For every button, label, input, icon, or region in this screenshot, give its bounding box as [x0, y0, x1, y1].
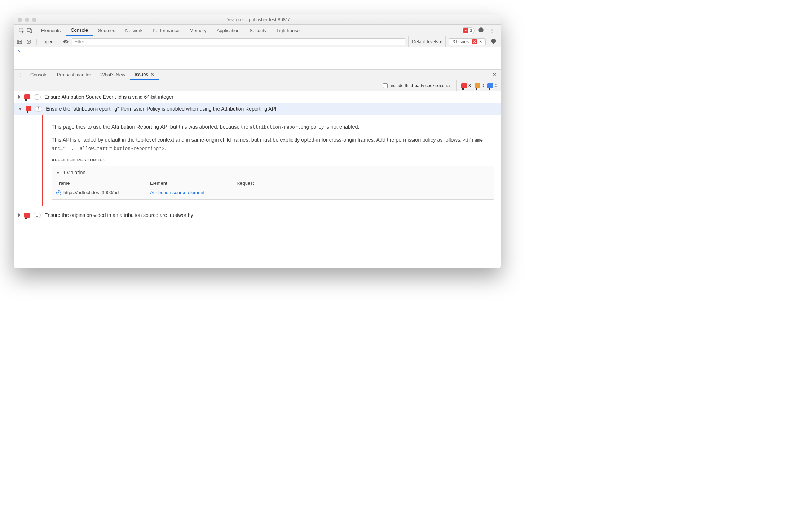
issue-description-1: This page tries to use the Attribution R…	[52, 123, 494, 131]
error-icon: ✕	[463, 28, 468, 33]
third-party-checkbox[interactable]: Include third-party cookie issues	[383, 83, 451, 88]
checkbox-icon	[383, 83, 388, 88]
tab-security[interactable]: Security	[244, 25, 272, 36]
tab-performance[interactable]: Performance	[147, 25, 184, 36]
error-count: 3	[468, 83, 471, 88]
settings-gear-icon[interactable]	[476, 27, 486, 34]
violation-label: 1 violation	[63, 169, 85, 177]
warning-count-group[interactable]: 0	[475, 83, 484, 88]
devtools-window: DevTools - publisher.test:8081/ Elements…	[14, 14, 501, 268]
error-icon: ✕	[472, 39, 477, 44]
inspect-element-icon[interactable]	[18, 27, 25, 34]
expand-icon	[18, 95, 21, 99]
collapse-icon	[56, 172, 60, 174]
issues-button[interactable]: 3 Issues: ✕ 3	[449, 38, 486, 45]
violation-toggle[interactable]: 1 violation	[56, 169, 490, 177]
issue-count-badge: 1	[35, 106, 42, 112]
collapse-icon	[18, 108, 22, 110]
device-toggle-icon[interactable]	[26, 27, 33, 34]
issue-title: Ensure the "attribution-reporting" Permi…	[46, 106, 497, 112]
drawer-tab-protocol-monitor[interactable]: Protocol monitor	[53, 70, 96, 80]
chevron-down-icon: ▾	[50, 39, 52, 44]
drawer-tab-bar: ⋮ Console Protocol monitor What's New Is…	[14, 70, 501, 80]
levels-label: Default levels	[412, 39, 438, 44]
info-count: 0	[495, 83, 497, 88]
warning-count: 0	[482, 83, 484, 88]
drawer-close-icon[interactable]: ✕	[490, 72, 499, 77]
console-prompt[interactable]: >	[14, 47, 501, 70]
info-count-group[interactable]: 0	[487, 83, 497, 88]
frame-url: https://adtech.test:3000/ad	[63, 189, 119, 196]
context-label: top	[43, 39, 49, 44]
console-settings-icon[interactable]	[489, 38, 499, 45]
chevron-down-icon: ▾	[440, 39, 442, 44]
td-element[interactable]: Attribution source element	[150, 189, 233, 196]
warning-bubble-icon	[475, 83, 480, 88]
td-frame[interactable]: </> https://adtech.test:3000/ad	[56, 189, 146, 196]
issue-count-badge: 1	[34, 213, 41, 218]
issues-button-label: 3 Issues:	[453, 39, 470, 44]
svg-rect-2	[30, 30, 32, 33]
error-bubble-icon	[24, 213, 30, 218]
frame-icon: </>	[56, 190, 61, 195]
tab-lighthouse[interactable]: Lighthouse	[272, 25, 305, 36]
issue-counts: 3 0 0	[456, 80, 497, 91]
live-expression-icon[interactable]	[63, 39, 69, 45]
tab-application[interactable]: Application	[212, 25, 245, 36]
tab-console[interactable]: Console	[66, 25, 93, 36]
console-sidebar-toggle-icon[interactable]	[16, 39, 23, 45]
clear-console-icon[interactable]	[26, 39, 32, 45]
issue-row-2[interactable]: 1 Ensure the origins provided in an attr…	[14, 206, 501, 221]
drawer-tab-issues[interactable]: Issues ✕	[130, 70, 159, 80]
issue-row-1[interactable]: 1 Ensure the "attribution-reporting" Per…	[14, 103, 501, 115]
issue-detail: This page tries to use the Attribution R…	[14, 115, 501, 206]
console-toolbar: top ▾ Default levels ▾ 3 Issues: ✕ 3	[14, 36, 501, 47]
expand-icon	[18, 213, 21, 217]
error-bubble-icon	[461, 83, 467, 88]
top-error-count[interactable]: ✕ 3	[461, 27, 475, 34]
issue-description-2: This API is enabled by default in the to…	[52, 136, 494, 152]
drawer-tab-console[interactable]: Console	[26, 70, 52, 80]
th-request: Request	[237, 180, 291, 187]
main-kebab-icon[interactable]: ⋮	[487, 28, 497, 33]
code-policy-name: attribution-reporting	[250, 124, 309, 130]
td-request	[237, 189, 291, 196]
tab-memory[interactable]: Memory	[185, 25, 212, 36]
error-bubble-icon	[26, 106, 31, 111]
issue-row-0[interactable]: 1 Ensure Attribution Source Event Id is …	[14, 91, 501, 103]
blank-area	[14, 221, 501, 268]
top-error-count-value: 3	[470, 28, 472, 33]
th-element: Element	[150, 180, 233, 187]
tab-network[interactable]: Network	[120, 25, 148, 36]
th-frame: Frame	[56, 180, 146, 187]
error-bubble-icon	[24, 94, 30, 99]
issue-title: Ensure the origins provided in an attrib…	[44, 212, 497, 218]
context-selector[interactable]: top ▾	[41, 39, 54, 44]
main-tab-bar: Elements Console Sources Network Perform…	[14, 25, 501, 36]
drawer-tab-issues-label: Issues	[134, 72, 148, 77]
svg-point-5	[65, 41, 66, 42]
affected-resources-box: 1 violation Frame Element Request </> ht…	[52, 166, 494, 200]
affected-table: Frame Element Request </> https://adtech…	[56, 180, 490, 196]
drawer-tab-whats-new[interactable]: What's New	[96, 70, 129, 80]
issues-toolbar: Include third-party cookie issues 3 0 0	[14, 80, 501, 91]
window-title: DevTools - publisher.test:8081/	[14, 17, 501, 22]
third-party-label: Include third-party cookie issues	[390, 83, 451, 88]
issue-count-badge: 1	[34, 94, 41, 100]
issue-title: Ensure Attribution Source Event Id is a …	[44, 94, 497, 100]
issues-button-count: 3	[479, 39, 482, 44]
log-levels-selector[interactable]: Default levels ▾	[408, 36, 446, 47]
close-tab-icon[interactable]: ✕	[150, 72, 154, 77]
tab-elements[interactable]: Elements	[36, 25, 66, 36]
error-count-group[interactable]: 3	[461, 83, 471, 88]
filter-input[interactable]	[72, 38, 406, 45]
element-link[interactable]: Attribution source element	[150, 189, 204, 196]
info-bubble-icon	[487, 83, 493, 88]
drawer-kebab-icon[interactable]: ⋮	[16, 72, 25, 77]
titlebar: DevTools - publisher.test:8081/	[14, 15, 501, 25]
affected-resources-label: AFFECTED RESOURCES	[52, 157, 494, 164]
tab-sources[interactable]: Sources	[93, 25, 120, 36]
